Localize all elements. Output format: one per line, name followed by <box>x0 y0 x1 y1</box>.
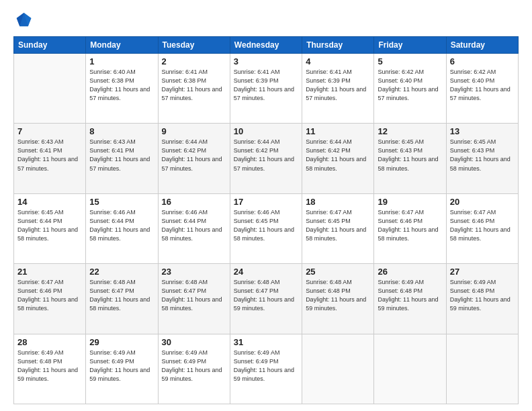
calendar-header-row: SundayMondayTuesdayWednesdayThursdayFrid… <box>14 37 519 54</box>
weekday-header: Saturday <box>446 37 518 54</box>
day-info: Sunrise: 6:40 AMSunset: 6:38 PMDaylight:… <box>89 68 154 103</box>
day-number: 30 <box>162 337 226 347</box>
calendar-cell: 14Sunrise: 6:45 AMSunset: 6:44 PMDayligh… <box>14 193 86 263</box>
weekday-header: Monday <box>86 37 158 54</box>
day-number: 26 <box>378 267 442 277</box>
day-number: 28 <box>17 337 82 347</box>
calendar-cell: 27Sunrise: 6:49 AMSunset: 6:48 PMDayligh… <box>446 264 518 334</box>
calendar-cell: 29Sunrise: 6:49 AMSunset: 6:49 PMDayligh… <box>86 334 158 404</box>
day-info: Sunrise: 6:44 AMSunset: 6:42 PMDaylight:… <box>162 138 226 173</box>
day-number: 5 <box>378 56 442 66</box>
calendar-cell: 8Sunrise: 6:43 AMSunset: 6:41 PMDaylight… <box>86 124 158 193</box>
calendar-cell: 7Sunrise: 6:43 AMSunset: 6:41 PMDaylight… <box>14 124 86 193</box>
day-info: Sunrise: 6:49 AMSunset: 6:49 PMDaylight:… <box>162 349 226 383</box>
calendar-cell: 16Sunrise: 6:46 AMSunset: 6:44 PMDayligh… <box>158 193 230 263</box>
day-info: Sunrise: 6:47 AMSunset: 6:45 PMDaylight:… <box>306 208 370 243</box>
calendar-cell: 31Sunrise: 6:49 AMSunset: 6:49 PMDayligh… <box>230 334 302 404</box>
calendar-cell: 23Sunrise: 6:48 AMSunset: 6:47 PMDayligh… <box>158 264 230 334</box>
day-number: 2 <box>162 56 226 66</box>
day-number: 7 <box>17 126 82 136</box>
calendar-cell <box>374 334 446 404</box>
calendar-cell: 6Sunrise: 6:42 AMSunset: 6:40 PMDaylight… <box>446 54 518 124</box>
day-info: Sunrise: 6:49 AMSunset: 6:49 PMDaylight:… <box>234 349 298 383</box>
day-info: Sunrise: 6:48 AMSunset: 6:48 PMDaylight:… <box>306 278 370 313</box>
day-number: 6 <box>450 56 515 66</box>
day-info: Sunrise: 6:48 AMSunset: 6:47 PMDaylight:… <box>89 278 154 313</box>
day-number: 13 <box>450 126 515 136</box>
calendar-cell: 26Sunrise: 6:49 AMSunset: 6:48 PMDayligh… <box>374 264 446 334</box>
day-info: Sunrise: 6:48 AMSunset: 6:47 PMDaylight:… <box>162 278 226 313</box>
calendar-week-row: 21Sunrise: 6:47 AMSunset: 6:46 PMDayligh… <box>14 264 519 334</box>
day-number: 20 <box>450 197 515 207</box>
day-info: Sunrise: 6:49 AMSunset: 6:49 PMDaylight:… <box>89 349 154 383</box>
day-info: Sunrise: 6:42 AMSunset: 6:40 PMDaylight:… <box>378 68 442 103</box>
day-number: 3 <box>234 56 298 66</box>
calendar-cell: 20Sunrise: 6:47 AMSunset: 6:46 PMDayligh… <box>446 193 518 263</box>
day-number: 18 <box>306 197 370 207</box>
calendar-cell: 3Sunrise: 6:41 AMSunset: 6:39 PMDaylight… <box>230 54 302 124</box>
day-number: 24 <box>234 267 298 277</box>
day-number: 9 <box>162 126 226 136</box>
day-info: Sunrise: 6:44 AMSunset: 6:42 PMDaylight:… <box>306 138 370 173</box>
calendar-cell: 22Sunrise: 6:48 AMSunset: 6:47 PMDayligh… <box>86 264 158 334</box>
day-info: Sunrise: 6:42 AMSunset: 6:40 PMDaylight:… <box>450 68 515 103</box>
day-info: Sunrise: 6:41 AMSunset: 6:39 PMDaylight:… <box>234 68 298 103</box>
day-info: Sunrise: 6:45 AMSunset: 6:43 PMDaylight:… <box>378 138 442 173</box>
logo-icon <box>13 11 32 30</box>
calendar-cell: 5Sunrise: 6:42 AMSunset: 6:40 PMDaylight… <box>374 54 446 124</box>
calendar-cell: 11Sunrise: 6:44 AMSunset: 6:42 PMDayligh… <box>302 124 374 193</box>
calendar-cell: 13Sunrise: 6:45 AMSunset: 6:43 PMDayligh… <box>446 124 518 193</box>
day-number: 29 <box>89 337 154 347</box>
weekday-header: Friday <box>374 37 446 54</box>
day-info: Sunrise: 6:43 AMSunset: 6:41 PMDaylight:… <box>17 138 82 173</box>
calendar-cell: 25Sunrise: 6:48 AMSunset: 6:48 PMDayligh… <box>302 264 374 334</box>
weekday-header: Thursday <box>302 37 374 54</box>
calendar-cell: 10Sunrise: 6:44 AMSunset: 6:42 PMDayligh… <box>230 124 302 193</box>
calendar-cell: 17Sunrise: 6:46 AMSunset: 6:45 PMDayligh… <box>230 193 302 263</box>
day-info: Sunrise: 6:41 AMSunset: 6:39 PMDaylight:… <box>306 68 370 103</box>
day-info: Sunrise: 6:46 AMSunset: 6:44 PMDaylight:… <box>162 208 226 243</box>
day-number: 23 <box>162 267 226 277</box>
day-number: 16 <box>162 197 226 207</box>
calendar-cell: 30Sunrise: 6:49 AMSunset: 6:49 PMDayligh… <box>158 334 230 404</box>
day-info: Sunrise: 6:43 AMSunset: 6:41 PMDaylight:… <box>89 138 154 173</box>
day-number: 22 <box>89 267 154 277</box>
calendar-cell: 9Sunrise: 6:44 AMSunset: 6:42 PMDaylight… <box>158 124 230 193</box>
calendar-cell <box>14 54 86 124</box>
calendar-cell: 1Sunrise: 6:40 AMSunset: 6:38 PMDaylight… <box>86 54 158 124</box>
day-info: Sunrise: 6:45 AMSunset: 6:44 PMDaylight:… <box>17 208 82 243</box>
calendar-cell: 21Sunrise: 6:47 AMSunset: 6:46 PMDayligh… <box>14 264 86 334</box>
page: SundayMondayTuesdayWednesdayThursdayFrid… <box>0 0 532 411</box>
day-info: Sunrise: 6:46 AMSunset: 6:45 PMDaylight:… <box>234 208 298 243</box>
day-number: 15 <box>89 197 154 207</box>
day-info: Sunrise: 6:49 AMSunset: 6:48 PMDaylight:… <box>450 278 515 313</box>
day-number: 21 <box>17 267 82 277</box>
day-info: Sunrise: 6:46 AMSunset: 6:44 PMDaylight:… <box>89 208 154 243</box>
calendar-cell: 24Sunrise: 6:48 AMSunset: 6:47 PMDayligh… <box>230 264 302 334</box>
day-number: 11 <box>306 126 370 136</box>
calendar-cell: 28Sunrise: 6:49 AMSunset: 6:48 PMDayligh… <box>14 334 86 404</box>
day-number: 19 <box>378 197 442 207</box>
day-number: 14 <box>17 197 82 207</box>
calendar-cell: 15Sunrise: 6:46 AMSunset: 6:44 PMDayligh… <box>86 193 158 263</box>
day-number: 27 <box>450 267 515 277</box>
day-info: Sunrise: 6:45 AMSunset: 6:43 PMDaylight:… <box>450 138 515 173</box>
weekday-header: Wednesday <box>230 37 302 54</box>
day-info: Sunrise: 6:47 AMSunset: 6:46 PMDaylight:… <box>17 278 82 313</box>
day-number: 4 <box>306 56 370 66</box>
day-info: Sunrise: 6:41 AMSunset: 6:38 PMDaylight:… <box>162 68 226 103</box>
calendar-table: SundayMondayTuesdayWednesdayThursdayFrid… <box>13 36 519 404</box>
calendar-cell: 19Sunrise: 6:47 AMSunset: 6:46 PMDayligh… <box>374 193 446 263</box>
weekday-header: Tuesday <box>158 37 230 54</box>
day-number: 25 <box>306 267 370 277</box>
day-info: Sunrise: 6:49 AMSunset: 6:48 PMDaylight:… <box>378 278 442 313</box>
day-number: 31 <box>234 337 298 347</box>
header <box>13 11 519 30</box>
calendar-cell <box>446 334 518 404</box>
calendar-cell: 18Sunrise: 6:47 AMSunset: 6:45 PMDayligh… <box>302 193 374 263</box>
calendar-cell <box>302 334 374 404</box>
day-info: Sunrise: 6:49 AMSunset: 6:48 PMDaylight:… <box>17 349 82 383</box>
calendar-week-row: 1Sunrise: 6:40 AMSunset: 6:38 PMDaylight… <box>14 54 519 124</box>
day-info: Sunrise: 6:44 AMSunset: 6:42 PMDaylight:… <box>234 138 298 173</box>
calendar-cell: 12Sunrise: 6:45 AMSunset: 6:43 PMDayligh… <box>374 124 446 193</box>
